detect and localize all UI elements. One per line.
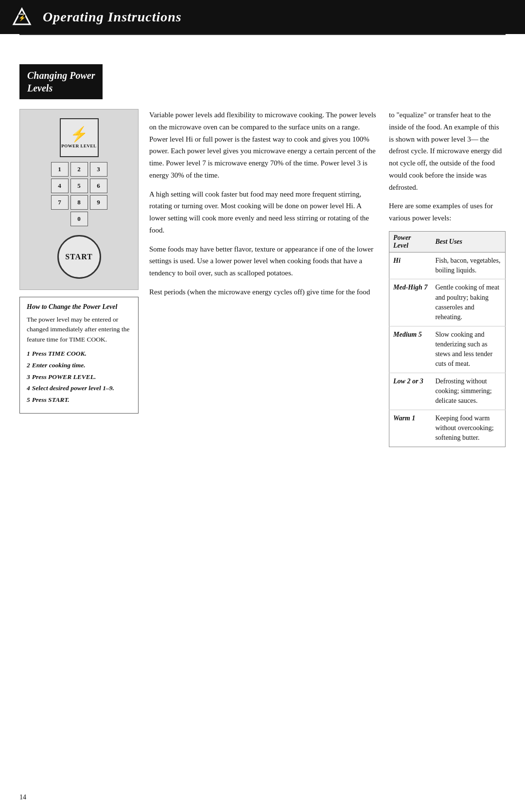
- table-row: HiFish, bacon, vegetables, boiling liqui…: [389, 252, 506, 279]
- key-8[interactable]: 8: [70, 195, 88, 210]
- power-level-button[interactable]: ⚡ POWER LEVEL: [60, 118, 99, 157]
- key-7[interactable]: 7: [51, 195, 69, 210]
- table-row: Warm 1Keeping food warm without overcook…: [389, 410, 506, 447]
- start-label: START: [65, 253, 93, 261]
- right-column: to "equalize" or transfer heat to the in…: [389, 109, 506, 447]
- section-heading: Changing Power Levels: [19, 64, 103, 99]
- mid-para-1: Variable power levels add flexibility to…: [149, 109, 378, 181]
- best-uses-cell: Keeping food warm without overcooking; s…: [431, 410, 505, 447]
- middle-column: Variable power levels add flexibility to…: [149, 109, 378, 447]
- instructions-box-title: How to Change the Power Level: [27, 303, 131, 311]
- page-number: 14: [19, 794, 26, 801]
- mid-para-3: Some foods may have better flavor, textu…: [149, 243, 378, 279]
- key-1[interactable]: 1: [51, 162, 69, 177]
- left-column: ⚡ POWER LEVEL 1 2 3 4 5 6 7 8 9 0: [19, 109, 139, 447]
- step-4: 4Select desired power level 1–9.: [27, 384, 131, 393]
- bolt-icon: ⚡: [70, 127, 88, 142]
- table-col1-header: Power Level: [389, 231, 432, 252]
- power-level-label: POWER LEVEL: [61, 144, 96, 148]
- key-5[interactable]: 5: [70, 179, 88, 193]
- step-1: 1Press TIME COOK.: [27, 349, 131, 359]
- section-title: Changing Power Levels: [27, 69, 95, 94]
- power-level-table: Power Level Best Uses HiFish, bacon, veg…: [389, 231, 506, 447]
- mid-para-4: Rest periods (when the microwave energy …: [149, 286, 378, 298]
- power-level-cell: Med-High 7: [389, 279, 432, 326]
- power-level-cell: Low 2 or 3: [389, 373, 432, 410]
- step-3: 3Press POWER LEVEL.: [27, 373, 131, 382]
- step-2: 2Enter cooking time.: [27, 361, 131, 370]
- keypad-panel: ⚡ POWER LEVEL 1 2 3 4 5 6 7 8 9 0: [19, 109, 139, 290]
- step-5: 5Press START.: [27, 396, 131, 405]
- instructions-intro: The power level may be entered or change…: [27, 315, 131, 344]
- steps-list: 1Press TIME COOK. 2Enter cooking time. 3…: [27, 349, 131, 405]
- table-row: Med-High 7Gentle cooking of meat and pou…: [389, 279, 506, 326]
- best-uses-cell: Fish, bacon, vegetables, boiling liquids…: [431, 252, 505, 279]
- key-4[interactable]: 4: [51, 179, 69, 193]
- instructions-box: How to Change the Power Level The power …: [19, 297, 139, 414]
- power-level-cell: Hi: [389, 252, 432, 279]
- numpad: 1 2 3 4 5 6 7 8 9 0: [51, 162, 107, 226]
- best-uses-cell: Slow cooking and tenderizing such as ste…: [431, 326, 505, 373]
- main-layout: ⚡ POWER LEVEL 1 2 3 4 5 6 7 8 9 0: [19, 109, 506, 447]
- page-header: ⚡ Operating Instructions: [0, 0, 525, 34]
- power-level-cell: Warm 1: [389, 410, 432, 447]
- best-uses-cell: Gentle cooking of meat and poultry; baki…: [431, 279, 505, 326]
- page-content: Changing Power Levels ⚡ POWER LEVEL 1 2 …: [0, 35, 525, 467]
- svg-text:⚡: ⚡: [18, 14, 26, 21]
- table-row: Medium 5Slow cooking and tenderizing suc…: [389, 326, 506, 373]
- page-title: Operating Instructions: [43, 9, 182, 25]
- table-col2-header: Best Uses: [431, 231, 505, 252]
- key-3[interactable]: 3: [90, 162, 107, 177]
- key-6[interactable]: 6: [90, 179, 107, 193]
- key-2[interactable]: 2: [70, 162, 88, 177]
- start-button[interactable]: START: [57, 235, 101, 279]
- best-uses-cell: Defrosting without cooking; simmering; d…: [431, 373, 505, 410]
- table-row: Low 2 or 3Defrosting without cooking; si…: [389, 373, 506, 410]
- mid-para-2: A high setting will cook faster but food…: [149, 188, 378, 236]
- right-para-2: Here are some examples of uses for vario…: [389, 200, 506, 224]
- power-level-cell: Medium 5: [389, 326, 432, 373]
- brand-logo: ⚡: [9, 5, 35, 29]
- key-9[interactable]: 9: [90, 195, 107, 210]
- key-0[interactable]: 0: [70, 212, 88, 226]
- right-para-1: to "equalize" or transfer heat to the in…: [389, 109, 506, 193]
